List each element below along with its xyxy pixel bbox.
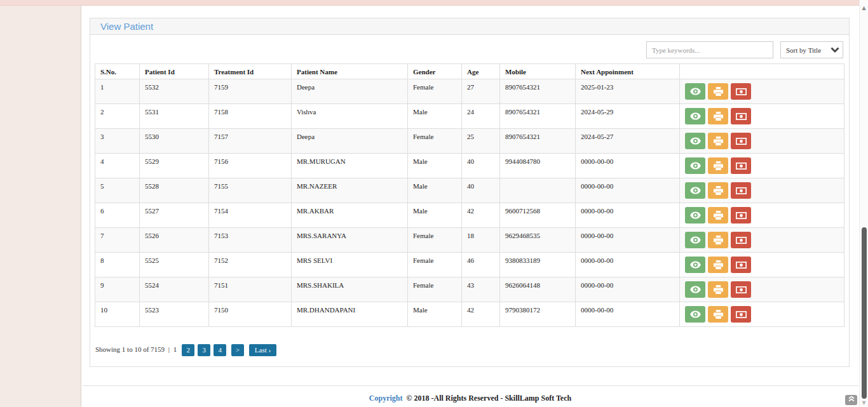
cell-gender: Female bbox=[408, 129, 462, 154]
cell-patient_id: 5526 bbox=[140, 228, 209, 253]
table-row: 755267153MRS.SARANYAFemale18962946853500… bbox=[95, 228, 844, 253]
scroll-top-button[interactable] bbox=[845, 395, 857, 405]
cell-mobile: 9790380172 bbox=[500, 302, 576, 327]
print-button[interactable] bbox=[708, 108, 728, 124]
printer-icon bbox=[714, 161, 723, 170]
top-bar bbox=[0, 0, 860, 6]
billing-button[interactable] bbox=[731, 306, 751, 323]
print-button[interactable] bbox=[708, 281, 728, 298]
table-row: 1055237150MR.DHANDAPANIMale4297903801720… bbox=[95, 302, 844, 327]
cell-gender: Female bbox=[408, 79, 462, 104]
cell-serial: 3 bbox=[95, 129, 140, 154]
billing-button[interactable] bbox=[731, 182, 751, 199]
cell-age: 40 bbox=[462, 154, 500, 178]
cell-serial: 4 bbox=[95, 154, 140, 178]
cell-serial: 1 bbox=[95, 79, 140, 104]
copyright-link[interactable]: Copyright bbox=[369, 394, 403, 403]
cell-age: 43 bbox=[462, 277, 500, 302]
table-row: 355307157DeepaFemale2589076543212024-05-… bbox=[95, 129, 844, 154]
billing-button[interactable] bbox=[731, 108, 751, 124]
pagination-page-3-button[interactable]: 3 bbox=[198, 344, 210, 356]
billing-button[interactable] bbox=[731, 133, 751, 149]
row-actions bbox=[680, 104, 844, 129]
cell-serial: 8 bbox=[95, 253, 140, 277]
cell-mobile: 9626064148 bbox=[500, 277, 576, 302]
search-input[interactable] bbox=[646, 41, 773, 58]
scrollbar-up-arrow-icon[interactable]: ▲ bbox=[860, 5, 868, 11]
money-icon bbox=[736, 260, 747, 269]
scrollbar-down-arrow-icon[interactable]: ▼ bbox=[860, 400, 868, 406]
cell-age: 18 bbox=[462, 228, 500, 253]
cell-next_appointment: 2024-05-27 bbox=[576, 129, 680, 154]
billing-button[interactable] bbox=[731, 257, 751, 273]
print-button[interactable] bbox=[708, 306, 728, 323]
print-button[interactable] bbox=[708, 182, 728, 199]
footer: Copyright © 2018 -All Rights Reserved - … bbox=[81, 394, 859, 403]
view-button[interactable] bbox=[685, 306, 705, 323]
table-row: 155327159DeepaFemale2789076543212025-01-… bbox=[95, 79, 844, 104]
view-button[interactable] bbox=[685, 157, 705, 174]
money-icon bbox=[736, 185, 747, 195]
view-button[interactable] bbox=[685, 281, 705, 298]
print-button[interactable] bbox=[708, 232, 728, 248]
table-row: 655277154MR.AKBARMale4296007125680000-00… bbox=[95, 203, 844, 228]
billing-button[interactable] bbox=[731, 232, 751, 248]
eye-icon bbox=[690, 86, 701, 96]
billing-button[interactable] bbox=[731, 83, 751, 100]
printer-icon bbox=[714, 136, 723, 145]
column-header-age: Age bbox=[462, 64, 500, 79]
cell-name: MRS.SARANYA bbox=[292, 228, 408, 253]
money-icon bbox=[736, 309, 747, 319]
view-button[interactable] bbox=[685, 257, 705, 273]
angle-double-up-icon bbox=[848, 393, 855, 404]
toolbar: Sort by Title bbox=[95, 41, 844, 58]
pagination-page-2-button[interactable]: 2 bbox=[182, 344, 194, 356]
table-row: 955247151MRS.SHAKILAFemale43962606414800… bbox=[95, 277, 844, 302]
cell-age: 42 bbox=[462, 302, 500, 327]
cell-patient_id: 5528 bbox=[140, 178, 209, 203]
view-button[interactable] bbox=[685, 207, 705, 224]
cell-serial: 6 bbox=[95, 203, 140, 228]
scrollbar-thumb[interactable] bbox=[862, 227, 867, 399]
footer-text: © 2018 -All Rights Reserved - SkillLamp … bbox=[407, 394, 572, 403]
column-header-gender: Gender bbox=[408, 64, 462, 79]
billing-button[interactable] bbox=[731, 281, 751, 298]
pagination-next-button[interactable]: > bbox=[231, 344, 244, 356]
cell-mobile: 9380833189 bbox=[500, 253, 576, 277]
billing-button[interactable] bbox=[731, 157, 751, 174]
cell-next_appointment: 0000-00-00 bbox=[576, 277, 680, 302]
cell-treatment_id: 7157 bbox=[209, 129, 292, 154]
eye-icon bbox=[690, 284, 701, 294]
pagination-last-button[interactable]: Last › bbox=[249, 344, 276, 356]
view-button[interactable] bbox=[685, 133, 705, 149]
cell-age: 25 bbox=[462, 129, 500, 154]
print-button[interactable] bbox=[708, 157, 728, 174]
print-button[interactable] bbox=[708, 257, 728, 273]
pagination-page-4-button[interactable]: 4 bbox=[214, 344, 226, 356]
column-header-treatment_id: Treatment Id bbox=[209, 64, 292, 79]
sort-select[interactable]: Sort by Title bbox=[780, 41, 843, 58]
print-button[interactable] bbox=[708, 83, 728, 100]
cell-patient_id: 5532 bbox=[140, 79, 209, 104]
cell-gender: Female bbox=[408, 277, 462, 302]
cell-serial: 10 bbox=[95, 302, 140, 327]
table-row: 255317158VishvaMale2489076543212024-05-2… bbox=[95, 104, 844, 129]
money-icon bbox=[736, 210, 747, 220]
print-button[interactable] bbox=[708, 133, 728, 149]
billing-button[interactable] bbox=[731, 207, 751, 224]
cell-patient_id: 5525 bbox=[140, 253, 209, 277]
cell-treatment_id: 7154 bbox=[209, 203, 292, 228]
cell-age: 24 bbox=[462, 104, 500, 129]
scrollbar[interactable]: ▲ ▼ bbox=[859, 0, 868, 407]
eye-icon bbox=[690, 185, 701, 195]
cell-next_appointment: 0000-00-00 bbox=[576, 302, 680, 327]
cell-patient_id: 5531 bbox=[140, 104, 209, 129]
cell-next_appointment: 0000-00-00 bbox=[576, 253, 680, 277]
cell-mobile: 8907654321 bbox=[500, 129, 576, 154]
eye-icon bbox=[690, 260, 701, 269]
view-button[interactable] bbox=[685, 182, 705, 199]
print-button[interactable] bbox=[708, 207, 728, 224]
view-button[interactable] bbox=[685, 108, 705, 124]
view-button[interactable] bbox=[685, 232, 705, 248]
view-button[interactable] bbox=[685, 83, 705, 100]
